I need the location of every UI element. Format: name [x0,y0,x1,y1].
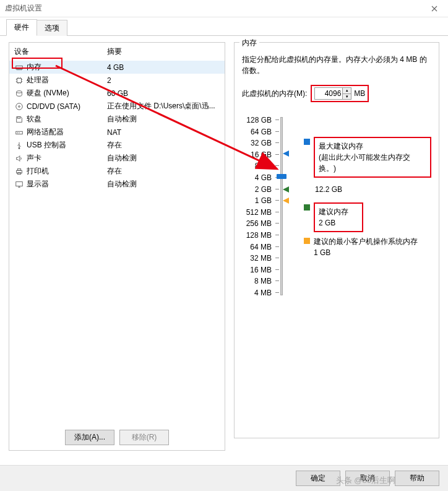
device-row[interactable]: 内存4 GB [9,61,225,74]
tick-label: 2 GB [242,184,272,196]
tab-bar: 硬件 选项 [0,17,448,36]
help-button[interactable]: 帮助 [395,471,439,486]
device-summary: 存在 [107,166,222,176]
tick-label: 8 MB [242,276,272,287]
legend-rec-value: 2 GB [319,217,358,228]
marker-min [283,198,289,204]
disc-icon [14,102,24,111]
device-row[interactable]: 硬盘 (NVMe)60 GB [9,87,225,100]
device-row[interactable]: 处理器2 [9,74,225,87]
square-yellow-icon [304,238,310,244]
device-summary: 正在使用文件 D:\Users\桌面\迅... [107,101,222,111]
tick-label: 128 GB [242,115,272,126]
memory-input-label: 此虚拟机的内存(M): [242,89,307,99]
legend-rec-title: 建议内存 [319,206,358,217]
device-row[interactable]: 软盘自动检测 [9,113,225,126]
square-green-icon [304,204,310,211]
svg-point-7 [17,132,18,133]
window-title: 虚拟机设置 [5,3,42,14]
memory-icon [14,63,24,72]
cpu-icon [14,76,24,85]
spin-up[interactable]: ▲ [343,88,351,94]
close-button[interactable] [421,0,448,17]
device-name: USB 控制器 [27,140,107,150]
marker-max [283,150,289,157]
device-row[interactable]: 声卡自动检测 [9,152,225,165]
svg-point-2 [17,90,22,93]
memory-input-highlight: ▲ ▼ MB [311,85,369,102]
dialog-footer: 确定 取消 帮助 [0,465,448,491]
device-name: 显示器 [27,179,107,189]
device-summary: 4 GB [107,63,222,72]
svg-point-4 [19,105,20,107]
memory-unit: MB [354,89,365,98]
device-row[interactable]: 网络适配器NAT [9,126,225,139]
tab-hardware[interactable]: 硬件 [6,19,37,36]
max-memory-highlight: 最大建议内存 (超出此大小可能发生内存交换。) [314,137,431,178]
svg-rect-13 [16,181,23,186]
tick-label: 1 GB [242,195,272,207]
tick-label: 256 MB [242,218,272,230]
spin-down[interactable]: ▼ [343,94,351,100]
device-name: 内存 [27,62,107,72]
tick-label: 4 MB [242,287,272,299]
tab-options[interactable]: 选项 [37,20,67,36]
ok-button[interactable]: 确定 [296,471,340,486]
add-button[interactable]: 添加(A)... [65,430,114,445]
device-summary: 2 [107,76,222,85]
slider-thumb[interactable] [277,174,286,179]
memory-slider[interactable] [274,115,289,300]
floppy-icon [14,115,24,124]
legend-area: 最大建议内存 (超出此大小可能发生内存交换。) 12.2 GB 建议内存 2 G… [291,115,431,300]
settings-panel: 内存 指定分配给此虚拟机的内存量。内存大小必须为 4 MB 的倍数。 此虚拟机的… [234,42,439,451]
memory-spinbox[interactable]: ▲ ▼ [314,87,351,100]
device-row[interactable]: USB 控制器存在 [9,139,225,152]
cancel-button[interactable]: 取消 [345,471,390,486]
display-icon [14,180,24,189]
device-summary: 自动检测 [107,153,222,163]
legend-max-title: 最大建议内存 [319,141,426,152]
svg-point-3 [16,103,23,110]
marker-recommended [283,186,289,193]
printer-icon [14,167,24,176]
device-summary: 自动检测 [107,114,222,124]
remove-button: 移除(R) [119,430,169,445]
device-row[interactable]: CD/DVD (SATA)正在使用文件 D:\Users\桌面\迅... [9,100,225,113]
tick-label: 8 GB [242,160,272,172]
device-name: 处理器 [27,75,107,85]
device-name: 声卡 [27,153,107,163]
device-list-panel: 设备 摘要 内存4 GB处理器2硬盘 (NVMe)60 GBCD/DVD (SA… [9,42,225,451]
sound-icon [14,154,24,163]
device-name: 硬盘 (NVMe) [27,88,107,98]
device-summary: 自动检测 [107,179,222,189]
square-blue-icon [304,139,310,145]
memory-legend: 内存 [239,38,259,48]
legend-max-note: (超出此大小可能发生内存交换。) [319,152,426,174]
device-list[interactable]: 内存4 GB处理器2硬盘 (NVMe)60 GBCD/DVD (SATA)正在使… [9,61,225,425]
tick-label: 32 GB [242,137,272,149]
device-row[interactable]: 显示器自动检测 [9,178,225,191]
tick-label: 4 GB [242,172,272,184]
tick-label: 32 MB [242,253,272,264]
tick-label: 64 GB [242,126,272,138]
tick-label: 128 MB [242,230,272,241]
memory-slider-area: 128 GB64 GB32 GB16 GB8 GB4 GB2 GB1 GB512… [242,115,431,300]
memory-description: 指定分配给此虚拟机的内存量。内存大小必须为 4 MB 的倍数。 [242,54,431,76]
device-summary: NAT [107,128,222,137]
device-name: 软盘 [27,114,107,124]
disk-icon [14,89,24,98]
device-summary: 存在 [107,140,222,150]
tick-label: 16 GB [242,149,272,161]
tick-labels: 128 GB64 GB32 GB16 GB8 GB4 GB2 GB1 GB512… [242,115,272,299]
legend-max-value: 12.2 GB [315,184,342,195]
legend-min-value: 1 GB [314,247,418,258]
svg-rect-0 [16,66,23,69]
memory-groupbox: 内存 指定分配给此虚拟机的内存量。内存大小必须为 4 MB 的倍数。 此虚拟机的… [234,42,439,438]
device-row[interactable]: 打印机存在 [9,165,225,178]
memory-value-input[interactable] [315,88,342,99]
net-icon [14,128,24,137]
svg-point-9 [19,147,20,149]
tick-label: 64 MB [242,241,272,253]
svg-rect-11 [17,168,20,170]
rec-memory-highlight: 建议内存 2 GB [314,202,363,232]
